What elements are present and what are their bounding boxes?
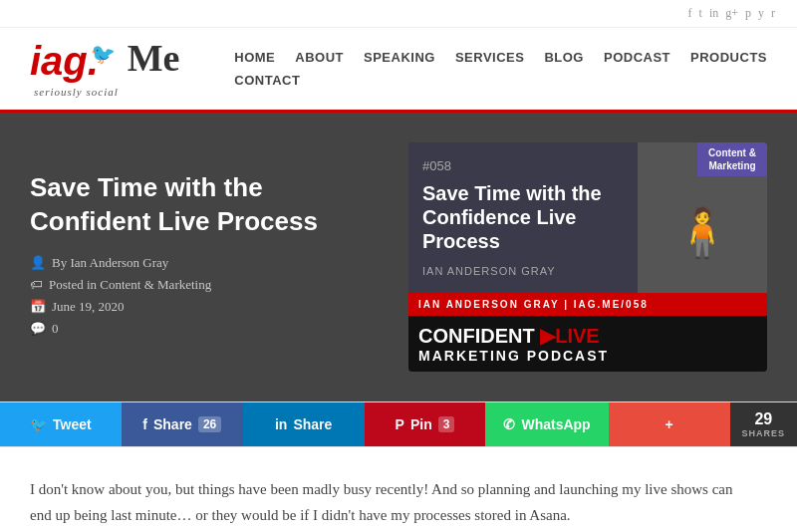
podcast-brand-subtitle: MARKETING PODCAST	[418, 348, 757, 364]
nav-blog[interactable]: BLOG	[544, 50, 584, 65]
share-whatsapp-button[interactable]: ✆ WhatsApp	[485, 402, 608, 446]
linkedin-icon: in	[275, 416, 287, 432]
podcast-card-right: Content & Marketing 🧍	[638, 142, 767, 293]
share-other-button[interactable]: +	[609, 402, 730, 446]
play-icon: ▶LIVE	[535, 325, 600, 347]
share-twitter-button[interactable]: 🐦 Tweet	[0, 402, 122, 446]
meta-category: Posted in Content & Marketing	[49, 277, 211, 293]
share-pinterest-button[interactable]: P Pin 3	[365, 402, 486, 446]
podcast-footer-text: IAN ANDERSON GRAY | IAG.ME/058	[418, 299, 649, 310]
facebook-icon: f	[142, 416, 147, 432]
whatsapp-label: WhatsApp	[521, 416, 590, 432]
pinterest-count: 3	[438, 416, 455, 432]
meta-comments-row: 💬 0	[30, 321, 379, 337]
social-icon-youtube[interactable]: y	[758, 6, 764, 20]
podcast-brand-name: CONFIDENT ▶LIVE	[418, 324, 757, 348]
meta-category-row: 🏷 Posted in Content & Marketing	[30, 277, 379, 293]
social-icon-pinterest[interactable]: p	[745, 6, 751, 20]
twitter-label: Tweet	[53, 416, 92, 432]
logo-me: Me	[128, 37, 180, 79]
nav-services[interactable]: SERVICES	[455, 50, 525, 65]
facebook-label: Share	[153, 416, 192, 432]
meta-author: By Ian Anderson Gray	[52, 255, 168, 271]
podcast-card-title: Save Time with the Confidence Live Proce…	[422, 181, 624, 253]
meta-date-row: 📅 June 19, 2020	[30, 299, 379, 315]
hero-title: Save Time with the Confident Live Proces…	[30, 171, 379, 239]
total-share-count: 29 SHARES	[730, 402, 797, 446]
meta-comments: 0	[52, 321, 59, 337]
meta-author-row: 👤 By Ian Anderson Gray	[30, 255, 379, 271]
site-header: iag. 🐦 Me seriously social HOME ABOUT SP…	[0, 28, 797, 113]
content-area: I don't know about you, but things have …	[0, 447, 777, 532]
nav-contact[interactable]: CONTACT	[234, 73, 300, 88]
podcast-footer: IAN ANDERSON GRAY | IAG.ME/058	[408, 293, 767, 316]
content-paragraph-1: I don't know about you, but things have …	[30, 477, 747, 528]
podcast-episode: #058	[422, 158, 624, 173]
hero-text-area: Save Time with the Confident Live Proces…	[30, 142, 379, 372]
calendar-icon: 📅	[30, 299, 46, 315]
comment-icon: 💬	[30, 321, 46, 337]
confident-text: CONFIDENT	[418, 325, 535, 347]
podcast-card[interactable]: #058 Save Time with the Confidence Live …	[408, 142, 767, 372]
logo-bird-icon: 🐦	[91, 43, 116, 65]
linkedin-label: Share	[293, 416, 332, 432]
main-nav: HOME ABOUT SPEAKING SERVICES BLOG PODCAS…	[234, 50, 767, 88]
nav-row-2: CONTACT	[234, 73, 300, 88]
social-icon-linkedin[interactable]: in	[709, 6, 718, 20]
social-icon-facebook[interactable]: f	[688, 6, 692, 20]
author-icon: 👤	[30, 255, 46, 271]
podcast-badge: Content & Marketing	[697, 142, 767, 176]
share-facebook-button[interactable]: f Share 26	[122, 402, 243, 446]
nav-podcast[interactable]: PODCAST	[604, 50, 670, 65]
logo-iag: iag.	[30, 41, 99, 81]
podcast-person-image: 🧍	[672, 205, 732, 261]
social-icon-twitter[interactable]: t	[699, 6, 702, 20]
podcast-brand-block: CONFIDENT ▶LIVE MARKETING PODCAST	[408, 316, 767, 372]
social-icon-googleplus[interactable]: g+	[725, 6, 738, 20]
meta-date: June 19, 2020	[52, 299, 125, 315]
social-icon-rss[interactable]: r	[771, 6, 775, 20]
logo-tagline: seriously social	[30, 86, 179, 98]
whatsapp-icon: ✆	[503, 416, 515, 432]
facebook-count: 26	[198, 416, 221, 432]
nav-about[interactable]: ABOUT	[295, 50, 344, 65]
nav-products[interactable]: PRODUCTS	[690, 50, 767, 65]
nav-row-1: HOME ABOUT SPEAKING SERVICES BLOG PODCAS…	[234, 50, 767, 65]
pinterest-label: Pin	[410, 416, 432, 432]
share-linkedin-button[interactable]: in Share	[243, 402, 365, 446]
hero-section: Save Time with the Confident Live Proces…	[0, 113, 797, 401]
logo-area[interactable]: iag. 🐦 Me seriously social	[30, 40, 179, 98]
tag-icon: 🏷	[30, 277, 43, 293]
plus-icon: +	[664, 416, 672, 432]
share-bar: 🐦 Tweet f Share 26 in Share P Pin 3 ✆ Wh…	[0, 401, 797, 447]
top-social-bar: f t in g+ p y r	[0, 0, 797, 28]
nav-home[interactable]: HOME	[234, 50, 275, 65]
twitter-icon: 🐦	[30, 416, 47, 432]
nav-speaking[interactable]: SPEAKING	[364, 50, 435, 65]
total-count-number: 29	[754, 410, 772, 428]
podcast-author-label: IAN ANDERSON GRAY	[422, 265, 624, 277]
pinterest-icon: P	[396, 416, 404, 432]
total-count-label: SHARES	[742, 428, 786, 438]
podcast-card-left: #058 Save Time with the Confidence Live …	[408, 142, 638, 293]
